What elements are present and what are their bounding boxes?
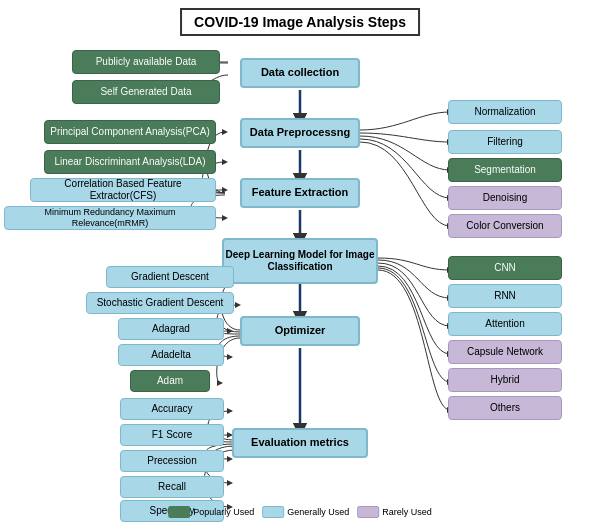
node-optimizer: Optimizer — [240, 316, 360, 346]
node-color-conversion: Color Conversion — [448, 214, 562, 238]
node-publicly-available: Publicly available Data — [72, 50, 220, 74]
node-feature-extraction: Feature Extraction — [240, 178, 360, 208]
node-precession: Precession — [120, 450, 224, 472]
node-f1score: F1 Score — [120, 424, 224, 446]
legend: Popularly Used Generally Used Rarely Use… — [168, 506, 432, 518]
diagram-container: COVID-19 Image Analysis Steps — [0, 0, 600, 524]
legend-rare: Rarely Used — [357, 506, 432, 518]
node-pca: Principal Component Analysis(PCA) — [44, 120, 216, 144]
node-evaluation: Evaluation metrics — [232, 428, 368, 458]
node-accuracy: Accuracy — [120, 398, 224, 420]
node-deep-learning: Deep Learning Model for Image Classifica… — [222, 238, 378, 284]
node-others: Others — [448, 396, 562, 420]
legend-popular-box — [168, 506, 190, 518]
node-cnn: CNN — [448, 256, 562, 280]
node-data-collection: Data collection — [240, 58, 360, 88]
node-adagrad: Adagrad — [118, 318, 224, 340]
node-sgd: Stochastic Gradient Descent — [86, 292, 234, 314]
node-capsule-network: Capsule Network — [448, 340, 562, 364]
legend-general: Generally Used — [262, 506, 349, 518]
node-segmentation: Segmentation — [448, 158, 562, 182]
legend-rare-box — [357, 506, 379, 518]
legend-general-box — [262, 506, 284, 518]
node-gradient-descent: Gradient Descent — [106, 266, 234, 288]
node-recall: Recall — [120, 476, 224, 498]
node-cfs: Correlation Based Feature Extractor(CFS) — [30, 178, 216, 202]
node-hybrid: Hybrid — [448, 368, 562, 392]
node-rnn: RNN — [448, 284, 562, 308]
node-denoising: Denoising — [448, 186, 562, 210]
main-title: COVID-19 Image Analysis Steps — [180, 8, 420, 36]
node-adadelta: Adadelta — [118, 344, 224, 366]
node-attention: Attention — [448, 312, 562, 336]
legend-popular: Popularly Used — [168, 506, 254, 518]
node-lda: Linear Discriminant Analysis(LDA) — [44, 150, 216, 174]
node-adam: Adam — [130, 370, 210, 392]
node-normalization: Normalization — [448, 100, 562, 124]
node-data-preprocessing: Data Preprocessng — [240, 118, 360, 148]
node-self-generated: Self Generated Data — [72, 80, 220, 104]
node-filtering: Filtering — [448, 130, 562, 154]
node-mrmr: Minimum Redundancy Maximum Relevance(mRM… — [4, 206, 216, 230]
